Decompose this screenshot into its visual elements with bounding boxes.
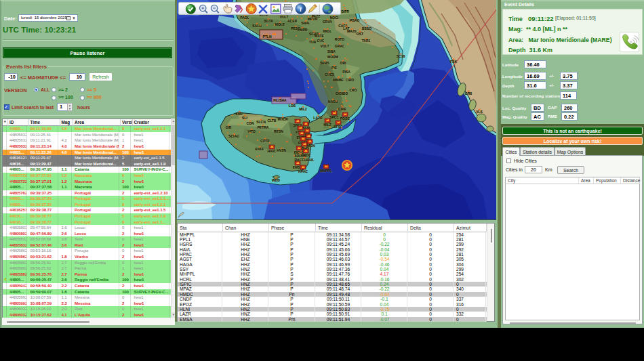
svg-text:PISA: PISA [342,70,350,74]
svg-text:TUR: TUR [309,40,317,44]
svg-text:CPTP: CPTP [260,139,270,143]
svg-text:RAFF: RAFF [255,147,264,151]
svg-text:RESN: RESN [274,129,283,133]
svg-text:CRO: CRO [349,88,357,92]
svg-text:WDD: WDD [272,178,280,182]
svg-text:LOS: LOS [289,104,296,108]
svg-text:CHIE: CHIE [338,107,347,111]
svg-text:ORI: ORI [340,61,347,65]
svg-text:HVZN: HVZN [277,148,286,152]
svg-text:POSG: POSG [340,116,350,121]
svg-text:GRAC: GRAC [335,44,345,48]
svg-text:SLCN: SLCN [256,120,266,124]
svg-text:PESC: PESC [291,26,300,30]
svg-text:SC18: SC18 [397,54,405,58]
svg-text:MILZ: MILZ [299,107,307,111]
svg-text:PIE: PIE [331,66,338,70]
svg-text:VITO: VITO [247,129,256,133]
svg-text:CUC: CUC [317,39,325,43]
svg-text:OST: OST [357,32,363,36]
svg-text:PTLN: PTLN [262,35,271,39]
svg-text:DIFR: DIFR [341,9,349,14]
svg-text:GIB: GIB [226,125,232,129]
svg-text:MMME: MMME [333,78,344,82]
svg-text:ISO: ISO [342,91,348,95]
svg-text:LAT: LAT [343,26,349,30]
svg-text:HAVL: HAVL [267,149,276,153]
svg-text:SIBA: SIBA [327,49,336,54]
svg-text:VLS: VLS [476,110,483,114]
svg-text:SERS: SERS [320,61,329,65]
svg-text:MUCR: MUCR [278,117,288,121]
svg-text:GRAV: GRAV [323,20,333,24]
svg-text:CIRO: CIRO [346,78,355,82]
svg-text:MORM: MORM [327,55,338,59]
svg-text:LAZR: LAZR [313,116,323,120]
svg-text:FILISHA: FILISHA [273,98,287,102]
svg-text:MILZ: MILZ [323,123,331,127]
svg-text:BSSO: BSSO [362,26,371,30]
svg-text:MHPPL: MHPPL [320,169,332,173]
svg-text:SNAL: SNAL [301,21,310,25]
svg-text:CUC8: CUC8 [325,72,334,77]
svg-text:FSK: FSK [450,60,457,64]
svg-text:TAR1: TAR1 [362,39,371,43]
svg-text:CLTB: CLTB [268,119,277,123]
svg-text:VOLT: VOLT [321,44,329,48]
svg-text:PAOL: PAOL [240,16,249,20]
svg-text:PETRA: PETRA [258,125,269,129]
svg-text:GR8: GR8 [465,91,472,95]
svg-text:HPAC: HPAC [298,169,308,173]
svg-text:ACER: ACER [287,19,298,23]
svg-text:ROTO: ROTO [335,37,344,41]
svg-text:SPCC: SPCC [329,115,339,119]
svg-text:SGTA: SGTA [264,19,273,23]
svg-text:MOLE: MOLE [275,22,285,26]
svg-text:CON: CON [246,121,254,125]
svg-text:i: i [300,5,302,12]
svg-text:MATE: MATE [315,34,324,38]
